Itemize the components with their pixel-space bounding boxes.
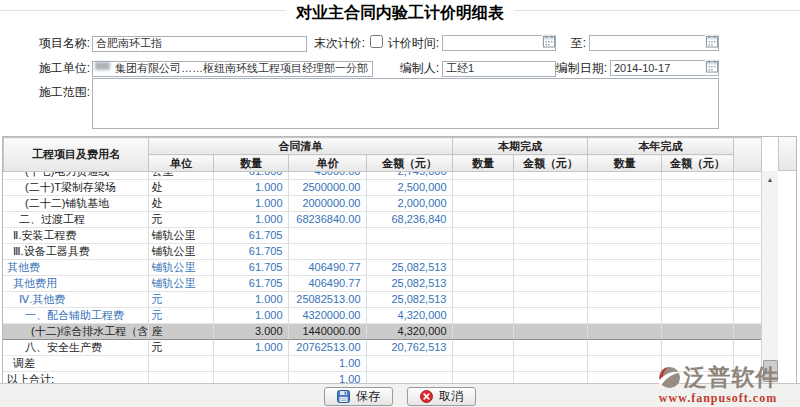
cell-cur-qty [452,324,513,340]
vendor-watermark: 泛普软件 www.fanpusoft.com [640,362,796,406]
project-name-input[interactable] [92,36,307,52]
cell-year-qty [587,228,661,244]
pricing-time-field [442,33,556,49]
cell-year-qty [587,172,661,180]
header-extension [778,137,796,171]
cell-unit: 公里 [148,172,213,180]
page: 对业主合同内验工计价明细表 项目名称: 末次计价: 计价时间: 至: 施工单位:… [0,0,800,407]
cell-qty [213,356,288,372]
cell-cur-amount [513,292,587,308]
cell-price: 1.00 [288,356,366,372]
table-row[interactable]: 其他费铺轨公里61.705406490.7725,082,513 [3,260,761,276]
compiler-label: 编制人: [385,60,439,76]
cell-amount: 25,082,513 [366,276,452,292]
grid-body-table: (十七)电力贯通线公里61.00045000.002,745,000(二十)T梁… [3,172,762,384]
cell-amount: 4,320,000 [366,324,452,340]
col-group-current-year: 本年完成 [588,138,734,155]
cell-year-amount [661,260,733,276]
cell-cur-qty [452,292,513,308]
col-header-year-qty: 数量 [588,155,662,172]
construction-unit-input[interactable] [92,61,373,77]
save-icon [337,390,350,403]
pricing-detail-grid: 工程项目及费用名 合同清单 本期完成 本年完成 单位 数量 单价 金额（元） 数… [2,136,797,384]
pricing-time-input[interactable] [442,35,556,51]
calendar-icon[interactable] [542,34,555,48]
cell-cur-qty [452,172,513,180]
cell-qty: 61.000 [213,172,288,180]
cancel-icon [420,390,433,403]
table-row[interactable]: 其他费用铺轨公里61.705406490.7725,082,513 [3,276,761,292]
cell-cur-qty [452,196,513,212]
cancel-button[interactable]: 取消 [407,387,476,406]
cell-unit: 座 [148,324,213,340]
cell-spacer [733,196,761,212]
table-row[interactable]: 八、安全生产费元1.00020762513.0020,762,513 [3,340,761,356]
cell-cur-qty [452,228,513,244]
cell-amount: 68,236,840 [366,212,452,228]
table-row[interactable]: (二十)T梁制存梁场处1.0002500000.002,500,000 [3,180,761,196]
cell-cur-qty [452,180,513,196]
pricing-time-to-field [589,33,719,49]
cell-year-amount [661,340,733,356]
cell-spacer [733,292,761,308]
cell-name: Ⅱ.安装工程费 [3,228,148,244]
cell-unit: 元 [148,212,213,228]
vertical-scrollbar[interactable]: ▲ [761,171,778,383]
page-title: 对业主合同内验工计价明细表 [0,3,800,24]
col-header-year-amount: 金额（元） [662,155,734,172]
cell-unit: 铺轨公里 [148,228,213,244]
cell-spacer [733,276,761,292]
table-row[interactable]: Ⅲ.设备工器具费铺轨公里61.705 [3,244,761,260]
cell-year-amount [661,244,733,260]
cell-cur-amount [513,356,587,372]
cell-year-amount [661,172,733,180]
cell-qty: 1.000 [213,340,288,356]
cell-unit: 元 [148,308,213,324]
col-group-contract: 合同清单 [149,138,453,155]
scope-label: 施工范围: [10,84,90,100]
cell-price [288,228,366,244]
cell-amount: 4,320,000 [366,308,452,324]
cell-price: 4320000.00 [288,308,366,324]
cell-qty: 61.705 [213,244,288,260]
cell-spacer [733,260,761,276]
compile-date-input[interactable] [610,60,719,76]
calendar-icon[interactable] [705,34,718,48]
pricing-time-to-label: 至: [556,35,586,51]
table-row[interactable]: (二十二)铺轨基地处1.0002000000.002,000,000 [3,196,761,212]
table-row[interactable]: Ⅱ.安装工程费铺轨公里61.705 [3,228,761,244]
scrollbar-up-arrow[interactable]: ▲ [762,173,778,187]
cell-spacer [733,180,761,196]
cell-name: 二、过渡工程 [3,212,148,228]
cell-cur-amount [513,324,587,340]
grid-body: (十七)电力贯通线公里61.00045000.002,745,000(二十)T梁… [3,172,796,384]
final-pricing-checkbox[interactable] [370,35,383,48]
table-row[interactable]: (十七)电力贯通线公里61.00045000.002,745,000 [3,172,761,180]
scope-textarea[interactable] [92,78,719,129]
compiler-input[interactable] [442,61,556,77]
cell-price: 20762513.00 [288,340,366,356]
col-header-spacer [734,138,762,172]
construction-unit-field [92,58,373,74]
table-row[interactable]: 二、过渡工程元1.00068236840.0068,236,840 [3,212,761,228]
save-button-label: 保存 [356,388,380,405]
cell-year-qty [587,244,661,260]
cell-name: 其他费用 [3,276,148,292]
cell-cur-qty [452,276,513,292]
cell-year-amount [661,196,733,212]
table-row[interactable]: Ⅳ.其他费元1.00025082513.0025,082,513 [3,292,761,308]
cell-year-qty [587,324,661,340]
cell-year-amount [661,228,733,244]
pricing-time-to-input[interactable] [589,35,719,51]
cell-price: 1440000.00 [288,324,366,340]
table-row[interactable]: 一、配合辅助工程费元1.0004320000.004,320,000 [3,308,761,324]
save-button[interactable]: 保存 [324,387,393,406]
cell-cur-qty [452,308,513,324]
cell-price: 45000.00 [288,172,366,180]
fanpu-logo-icon [657,365,682,390]
calendar-icon[interactable] [705,59,718,73]
project-name-label: 项目名称: [10,35,90,51]
col-group-current-period: 本期完成 [453,138,588,155]
cell-cur-amount [513,276,587,292]
table-row[interactable]: (十二)综合排水工程（含给...座3.0001440000.004,320,00… [3,324,761,340]
